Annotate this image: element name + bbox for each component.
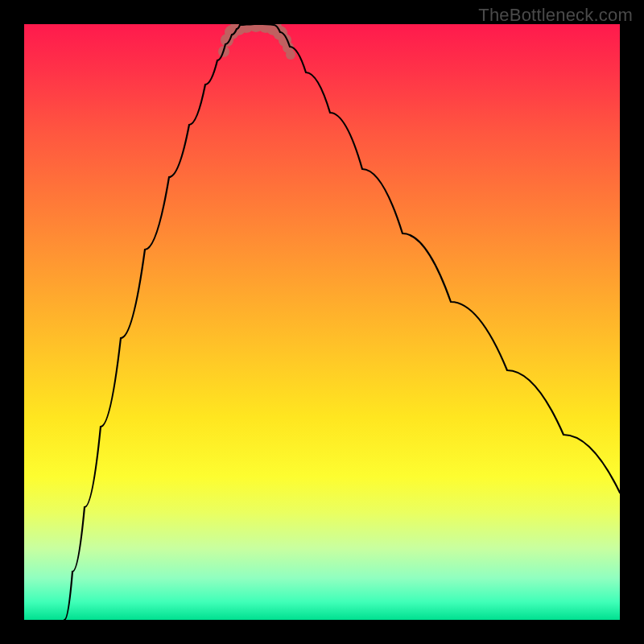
trough-floor [240, 24, 274, 25]
left-curve [64, 25, 240, 620]
trough-marker-group [218, 24, 295, 60]
trough-marker [286, 50, 295, 60]
right-curve [274, 25, 620, 493]
chart-frame: TheBottleneck.com [0, 0, 644, 644]
curve-layer [24, 24, 620, 620]
plot-area [24, 24, 620, 620]
watermark-text: TheBottleneck.com [478, 5, 633, 26]
